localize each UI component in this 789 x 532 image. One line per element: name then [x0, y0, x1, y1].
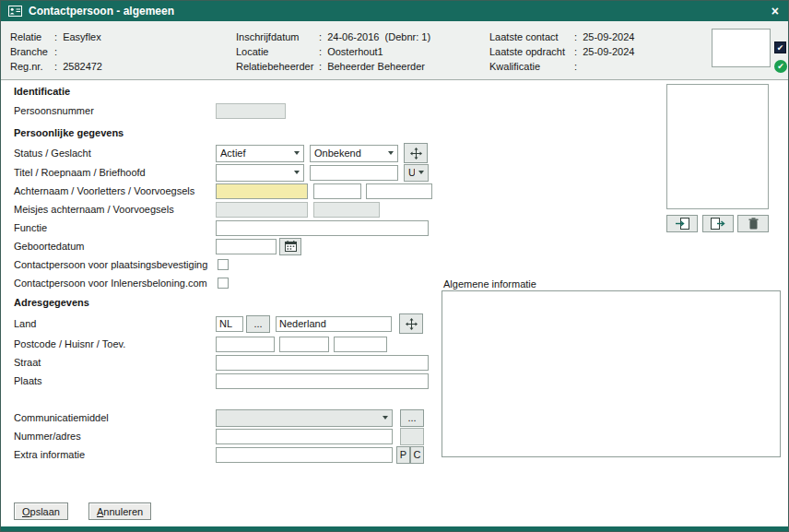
toevoeging-field[interactable] — [334, 337, 387, 352]
window-title: Contactpersoon - algemeen — [29, 5, 770, 18]
header-label: Relatie — [10, 30, 54, 44]
postcode-field[interactable] — [216, 337, 275, 352]
roepnaam-field[interactable] — [310, 165, 398, 181]
header-label: Relatiebeheerder — [236, 59, 319, 74]
photo-delete-button[interactable] — [737, 215, 769, 232]
extra-informatie-label: Extra informatie — [14, 449, 216, 460]
header-row-laatste-opdracht: Laatste opdracht: 25-09-2024 — [489, 44, 634, 59]
inlenersbeloning-label: Contactpersoon voor Inlenersbeloning.com — [14, 278, 216, 289]
header-label: Reg.nr. — [10, 59, 54, 74]
header-row-inschrijfdatum: Inschrijfdatum: 24-06-2016 (Debnr: 1) — [236, 30, 430, 44]
annuleren-button[interactable]: Annuleren — [88, 502, 151, 520]
inlenersbeloning-checkbox[interactable] — [218, 278, 229, 289]
status-value: Actief — [220, 148, 290, 159]
close-icon[interactable]: × — [770, 5, 781, 18]
p-button[interactable]: P — [396, 446, 410, 464]
extra-informatie-field[interactable] — [216, 447, 393, 463]
achternaam-label: Achternaam / Voorletters / Voorvoegsels — [14, 185, 216, 196]
nummer-adres-field[interactable] — [216, 429, 393, 444]
c-button[interactable]: C — [410, 446, 424, 464]
land-label: Land — [14, 318, 216, 329]
header-label: Locatie — [236, 44, 319, 59]
landnaam-field[interactable] — [276, 316, 392, 332]
communicatiemiddel-label: Communicatiemiddel — [14, 412, 216, 423]
header-row-branche: Branche: — [10, 44, 102, 59]
communicatiemiddel-select — [216, 409, 393, 427]
photo-import-button[interactable] — [666, 215, 698, 232]
header-label: Kwalificatie — [489, 59, 574, 74]
communicatiemiddel-lookup-button[interactable]: ... — [400, 409, 424, 427]
header-label: Laatste opdracht — [489, 44, 574, 59]
move-adres-button[interactable] — [399, 313, 423, 334]
titel-select[interactable] — [216, 164, 304, 182]
header-value: : Easyflex — [54, 31, 101, 42]
status-select[interactable]: Actief — [216, 145, 304, 162]
photo-export-button[interactable] — [702, 215, 734, 232]
meisjes-voorvoegsels-field — [313, 202, 380, 218]
window-bottom-edge — [1, 526, 788, 531]
meisjesnaam-label: Meisjes achternaam / Voorvoegsels — [14, 204, 216, 215]
geboortedatum-row: Geboortedatum — [1, 237, 788, 255]
header-value: : — [574, 61, 577, 72]
status-geslacht-label: Status / Geslacht — [14, 148, 216, 159]
huisnr-field[interactable] — [279, 337, 329, 352]
geboortedatum-field[interactable] — [216, 239, 277, 254]
briefhoofd-select[interactable]: U — [404, 164, 429, 182]
photo-box — [666, 84, 769, 209]
voorvoegsels-field[interactable] — [366, 183, 432, 199]
geslacht-select[interactable]: Onbekend — [310, 145, 398, 162]
action-buttons: Opslaan Annuleren — [14, 502, 151, 520]
chevron-down-icon — [388, 151, 394, 155]
functie-field[interactable] — [216, 220, 429, 236]
titel-roepnaam-label: Titel / Roepnaam / Briefhoofd — [14, 167, 216, 178]
algemene-informatie-textarea[interactable] — [442, 290, 781, 457]
move-fields-button[interactable] — [404, 143, 428, 163]
nummer-lookup-button — [400, 428, 424, 445]
header-value: : 25-09-2024 — [574, 46, 634, 57]
photo-toolbar — [666, 215, 769, 232]
straat-field[interactable] — [216, 355, 429, 371]
relation-logo-box — [712, 29, 771, 67]
header-row-relatie: Relatie: Easyflex — [10, 30, 102, 44]
persoonsnummer-label: Persoonsnummer — [14, 105, 216, 116]
status-ok-icon: ✔ — [774, 60, 787, 73]
move-icon — [410, 148, 422, 160]
header-row-laatste-contact: Laatste contact: 25-09-2024 — [489, 30, 634, 44]
header-column-3: Laatste contact: 25-09-2024 Laatste opdr… — [489, 30, 634, 74]
persoonsnummer-field — [216, 103, 286, 119]
header-label: Inschrijfdatum — [236, 30, 319, 44]
chevron-down-icon — [418, 171, 424, 174]
algemene-informatie-label: Algemene informatie — [443, 278, 536, 290]
header-label: Laatste contact — [489, 30, 574, 44]
opslaan-button[interactable]: Opslaan — [14, 502, 68, 520]
achternaam-field[interactable] — [216, 183, 308, 199]
checked-checkbox-icon[interactable]: ✔ — [774, 41, 786, 53]
contact-card-icon — [8, 6, 22, 17]
inlenersbeloning-row: Contactpersoon voor Inlenersbeloning.com — [1, 274, 788, 292]
contactpersoon-dialog: Contactpersoon - algemeen × Relatie: Eas… — [0, 0, 789, 532]
header-column-2: Inschrijfdatum: 24-06-2016 (Debnr: 1) Lo… — [236, 30, 430, 74]
move-icon — [406, 318, 418, 330]
chevron-down-icon — [294, 171, 300, 174]
plaats-field[interactable] — [216, 373, 429, 389]
meisjes-achternaam-field — [216, 202, 308, 218]
titlebar: Contactpersoon - algemeen × — [1, 1, 788, 21]
geboortedatum-label: Geboortedatum — [14, 241, 216, 252]
plaatsingsbevestiging-checkbox[interactable] — [218, 259, 229, 270]
nummer-adres-label: Nummer/adres — [14, 431, 216, 442]
header-row-kwalificatie: Kwalificatie: — [489, 59, 634, 74]
landcode-field[interactable] — [216, 316, 243, 332]
trash-icon — [748, 218, 759, 230]
briefhoofd-value: U — [408, 167, 415, 178]
header-row-locatie: Locatie: Oosterhout1 — [236, 44, 430, 59]
header-row-regnr: Reg.nr.: 2582472 — [10, 59, 102, 74]
header-row-relatiebeheerder: Relatiebeheerder: Beheerder Beheerder — [236, 59, 430, 74]
land-lookup-button[interactable]: ... — [246, 315, 270, 333]
voorletters-field[interactable] — [313, 183, 361, 199]
chevron-down-icon — [294, 151, 300, 155]
header-value: : 2582472 — [54, 61, 102, 72]
calendar-button[interactable] — [279, 238, 301, 255]
geslacht-value: Onbekend — [314, 148, 384, 159]
header-value: : 25-09-2024 — [574, 31, 634, 42]
chevron-down-icon — [383, 416, 388, 420]
